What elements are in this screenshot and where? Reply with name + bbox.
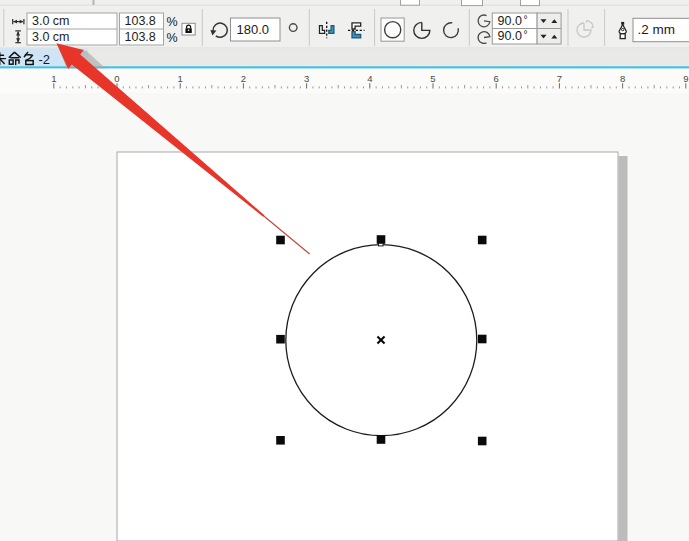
svg-text:3.0 cm: 3.0 cm xyxy=(32,30,70,44)
svg-text:°: ° xyxy=(524,14,528,25)
svg-text:90.0: 90.0 xyxy=(498,14,522,28)
svg-text:3.0 cm: 3.0 cm xyxy=(32,14,70,28)
svg-text:4: 4 xyxy=(367,73,372,84)
svg-text:1: 1 xyxy=(51,73,56,84)
svg-text:6: 6 xyxy=(494,73,499,84)
svg-text:7: 7 xyxy=(557,73,562,84)
svg-text:103.8: 103.8 xyxy=(125,30,156,44)
svg-text:180.0: 180.0 xyxy=(237,22,270,37)
svg-text:9: 9 xyxy=(683,73,688,84)
svg-text:1: 1 xyxy=(178,73,183,84)
svg-text:%: % xyxy=(167,15,178,29)
svg-text:.2 mm: .2 mm xyxy=(638,22,676,37)
svg-text:°: ° xyxy=(524,29,528,40)
svg-text:5: 5 xyxy=(430,73,435,84)
svg-text:8: 8 xyxy=(620,73,625,84)
svg-text:-2: -2 xyxy=(39,52,51,67)
svg-text:%: % xyxy=(167,31,178,45)
svg-text:90.0: 90.0 xyxy=(498,29,522,43)
svg-text:3: 3 xyxy=(304,73,309,84)
svg-text:2: 2 xyxy=(241,73,246,84)
svg-text:0: 0 xyxy=(114,73,119,84)
svg-text:103.8: 103.8 xyxy=(125,14,156,28)
